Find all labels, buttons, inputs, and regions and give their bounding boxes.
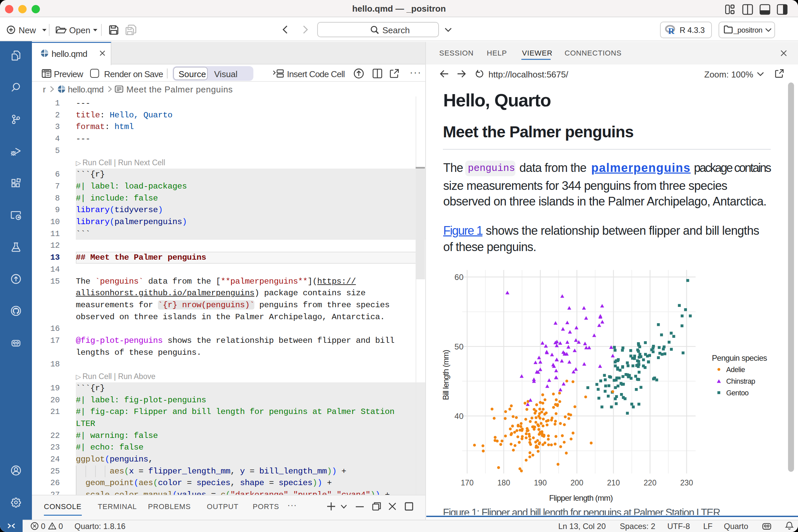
- svg-text:180: 180: [497, 478, 510, 487]
- svg-text:220: 220: [644, 478, 657, 487]
- svg-text:Chinstrap: Chinstrap: [726, 377, 756, 385]
- svg-text:R: R: [668, 26, 674, 36]
- svg-text:40: 40: [455, 412, 463, 421]
- svg-text:170: 170: [461, 478, 474, 487]
- svg-text:Penguin species: Penguin species: [712, 354, 767, 362]
- svg-text:60: 60: [455, 273, 463, 282]
- svg-text:210: 210: [607, 478, 620, 487]
- svg-text:Flipper length (mm): Flipper length (mm): [549, 493, 613, 502]
- svg-text:Adelie: Adelie: [726, 365, 745, 374]
- svg-text:190: 190: [534, 478, 547, 487]
- svg-text:Bill length (mm): Bill length (mm): [441, 350, 450, 400]
- svg-text:230: 230: [680, 478, 693, 487]
- svg-text:200: 200: [571, 478, 584, 487]
- svg-text:50: 50: [455, 342, 463, 351]
- svg-text:Gentoo: Gentoo: [726, 389, 749, 397]
